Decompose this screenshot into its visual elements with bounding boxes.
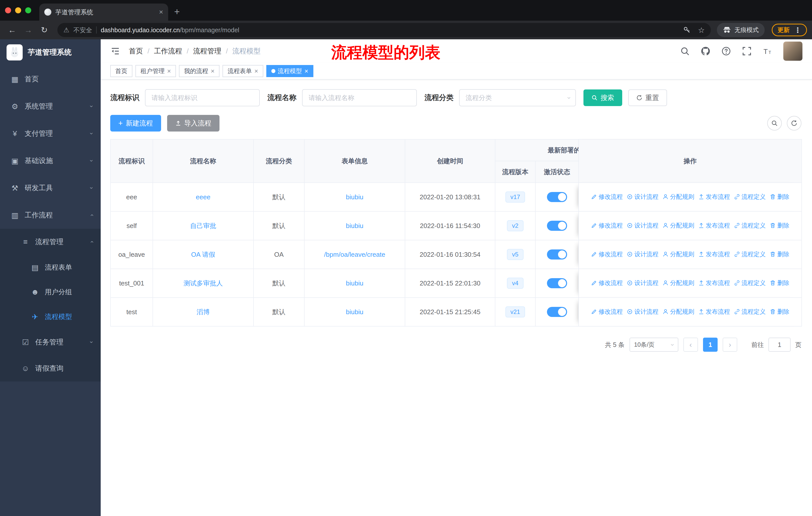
sidebar-item-process-management[interactable]: ≡ 流程管理› — [0, 229, 101, 255]
fullscreen-icon[interactable] — [742, 46, 752, 56]
tag-my-process[interactable]: 我的流程 × — [179, 65, 220, 77]
row-action-modify[interactable]: 修改流程 — [591, 250, 623, 258]
next-page-button[interactable]: › — [723, 337, 737, 352]
form-info-link[interactable]: biubiu — [346, 193, 363, 201]
row-action-delete[interactable]: 删除 — [770, 308, 789, 316]
create-process-button[interactable]: + 新建流程 — [110, 115, 161, 132]
row-action-definition[interactable]: 流程定义 — [734, 221, 766, 229]
row-action-modify[interactable]: 修改流程 — [591, 193, 623, 201]
search-icon[interactable] — [680, 46, 690, 56]
bookmark-star-icon[interactable]: ☆ — [698, 26, 705, 34]
sidebar-item-dev-tools[interactable]: ⚒ 研发工具› — [0, 174, 101, 201]
row-action-definition[interactable]: 流程定义 — [734, 250, 766, 258]
row-action-modify[interactable]: 修改流程 — [591, 279, 623, 287]
tag-home[interactable]: 首页 — [110, 65, 133, 77]
sidebar-item-home[interactable]: ▦ 首页 — [0, 65, 101, 93]
row-action-design[interactable]: 设计流程 — [627, 193, 659, 201]
breadcrumb-item[interactable]: 工作流程 — [154, 46, 182, 56]
help-icon[interactable] — [721, 46, 731, 56]
active-toggle[interactable] — [547, 221, 567, 231]
row-action-modify[interactable]: 修改流程 — [591, 308, 623, 316]
row-action-assign-rule[interactable]: 分配规则 — [663, 193, 694, 201]
sidebar-item-workflow[interactable]: ▥ 工作流程› — [0, 201, 101, 229]
update-button[interactable]: 更新 ⋮ — [772, 24, 807, 36]
new-tab-button[interactable]: + — [174, 6, 180, 17]
row-action-assign-rule[interactable]: 分配规则 — [663, 221, 694, 229]
row-action-definition[interactable]: 流程定义 — [734, 193, 766, 201]
current-page-button[interactable]: 1 — [703, 337, 718, 352]
row-action-modify[interactable]: 修改流程 — [591, 221, 623, 229]
sidebar-item-process-model[interactable]: ✈ 流程模型 — [0, 304, 101, 329]
reload-icon[interactable]: ↻ — [37, 23, 51, 37]
address-bar[interactable]: ⚠ 不安全 dashboard.yudao.iocoder.cn/bpm/man… — [57, 23, 711, 37]
active-toggle[interactable] — [547, 307, 567, 317]
row-action-delete[interactable]: 删除 — [770, 221, 789, 229]
row-action-delete[interactable]: 删除 — [770, 193, 789, 201]
sidebar-fold-icon[interactable] — [110, 46, 120, 56]
process-name-link[interactable]: 滔博 — [197, 308, 210, 316]
process-name-link[interactable]: OA 请假 — [191, 251, 215, 258]
font-size-icon[interactable]: TT — [763, 46, 772, 56]
row-action-publish[interactable]: 发布流程 — [698, 221, 730, 229]
form-info-link[interactable]: biubiu — [346, 308, 363, 316]
row-action-assign-rule[interactable]: 分配规则 — [663, 279, 694, 287]
browser-tab[interactable]: 芋道管理系统 × — [39, 3, 168, 21]
close-icon[interactable]: × — [211, 67, 214, 75]
row-action-assign-rule[interactable]: 分配规则 — [663, 308, 694, 316]
row-action-delete[interactable]: 删除 — [770, 279, 789, 287]
sidebar-item-system-management[interactable]: ⚙ 系统管理› — [0, 93, 101, 120]
tag-tenant-management[interactable]: 租户管理 × — [136, 65, 176, 77]
active-toggle[interactable] — [547, 192, 567, 202]
process-key-input[interactable] — [145, 89, 260, 106]
password-key-icon[interactable] — [683, 26, 691, 34]
active-toggle[interactable] — [547, 249, 567, 260]
row-action-publish[interactable]: 发布流程 — [698, 193, 730, 201]
process-category-select[interactable]: 流程分类 › — [459, 89, 576, 106]
tab-close-icon[interactable]: × — [159, 8, 163, 16]
sidebar-item-leave-query[interactable]: ☺ 请假查询 — [0, 355, 101, 381]
row-action-publish[interactable]: 发布流程 — [698, 308, 730, 316]
tag-process-form[interactable]: 流程表单 × — [223, 65, 263, 77]
process-name-input[interactable] — [302, 89, 417, 106]
goto-page-input[interactable] — [768, 337, 791, 352]
github-icon[interactable] — [701, 46, 710, 56]
sidebar-item-process-form[interactable]: ▤ 流程表单 — [0, 255, 101, 280]
close-icon[interactable]: × — [304, 67, 308, 75]
zoom-window-button[interactable] — [25, 7, 31, 13]
tag-process-model[interactable]: 流程模型 × — [266, 65, 313, 77]
sidebar-item-infrastructure[interactable]: ▣ 基础设施› — [0, 147, 101, 174]
row-action-design[interactable]: 设计流程 — [627, 308, 659, 316]
form-info-link[interactable]: biubiu — [346, 222, 363, 229]
row-action-publish[interactable]: 发布流程 — [698, 250, 730, 258]
user-avatar[interactable] — [783, 42, 803, 61]
refresh-table-button[interactable] — [787, 116, 802, 131]
forward-icon[interactable]: → — [21, 23, 35, 37]
close-icon[interactable]: × — [167, 67, 171, 75]
process-name-link[interactable]: 测试多审批人 — [183, 279, 223, 287]
row-action-design[interactable]: 设计流程 — [627, 279, 659, 287]
close-icon[interactable]: × — [254, 67, 258, 75]
prev-page-button[interactable]: ‹ — [684, 337, 698, 352]
search-button[interactable]: 搜索 — [583, 89, 622, 106]
page-size-select[interactable]: 10条/页 › — [630, 337, 678, 352]
form-info-link[interactable]: /bpm/oa/leave/create — [324, 251, 385, 258]
back-icon[interactable]: ← — [5, 23, 19, 37]
row-action-publish[interactable]: 发布流程 — [698, 279, 730, 287]
sidebar-item-user-group[interactable]: ☻ 用户分组 — [0, 280, 101, 304]
breadcrumb-item[interactable]: 流程管理 — [193, 46, 222, 56]
browser-menu-icon[interactable]: ⋮ — [794, 26, 801, 34]
close-window-button[interactable] — [5, 7, 11, 13]
minimize-window-button[interactable] — [15, 7, 21, 13]
sidebar-item-task-management[interactable]: ☑ 任务管理› — [0, 329, 101, 355]
active-toggle[interactable] — [547, 278, 567, 288]
row-action-definition[interactable]: 流程定义 — [734, 308, 766, 316]
process-name-link[interactable]: 自己审批 — [190, 222, 216, 229]
show-search-toggle-button[interactable] — [767, 116, 782, 131]
row-action-definition[interactable]: 流程定义 — [734, 279, 766, 287]
row-action-assign-rule[interactable]: 分配规则 — [663, 250, 694, 258]
process-name-link[interactable]: eeee — [196, 193, 210, 201]
row-action-design[interactable]: 设计流程 — [627, 221, 659, 229]
form-info-link[interactable]: biubiu — [346, 279, 363, 287]
import-process-button[interactable]: 导入流程 — [167, 115, 220, 132]
breadcrumb-item[interactable]: 首页 — [129, 46, 143, 56]
